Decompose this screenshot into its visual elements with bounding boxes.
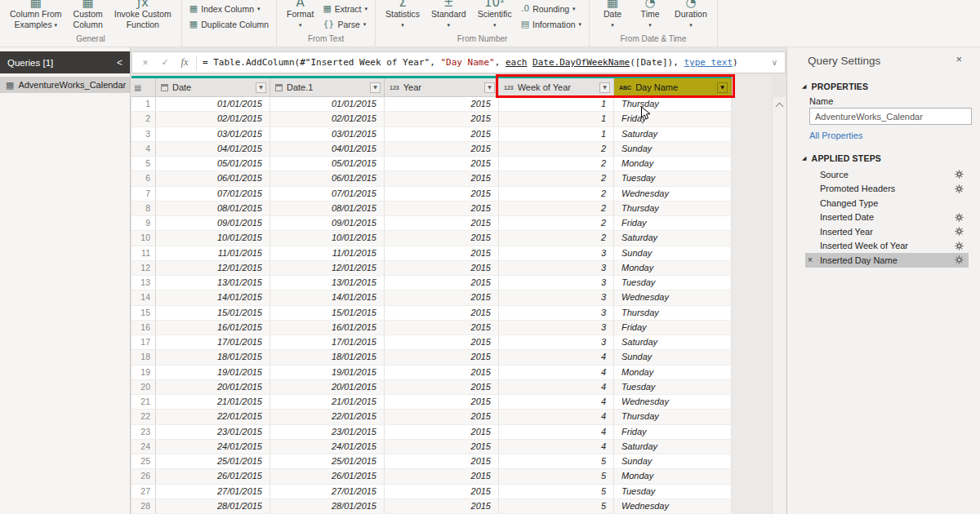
table-cell[interactable]: 5	[499, 454, 614, 468]
expand-formula-bar-icon[interactable]: ∨	[768, 58, 782, 67]
row-number-cell[interactable]: 11	[131, 246, 156, 260]
table-cell[interactable]: 14/01/2015	[270, 290, 385, 304]
table-cell[interactable]: 20/01/2015	[270, 380, 385, 394]
ribbon-button-column-from-examples[interactable]: ▦Column FromExamples ▾	[4, 0, 68, 30]
row-number-cell[interactable]: 14	[131, 290, 156, 304]
table-cell[interactable]: 2015	[385, 290, 499, 304]
table-cell[interactable]: 20/01/2015	[156, 380, 270, 394]
table-cell[interactable]: Sunday	[614, 246, 732, 260]
ribbon-button-duplicate-column[interactable]: ▦Duplicate Column	[186, 18, 272, 30]
applied-steps-section-header[interactable]: ◢ APPLIED STEPS	[802, 153, 972, 163]
table-cell[interactable]: 03/01/2015	[156, 127, 270, 141]
table-cell[interactable]: 3	[499, 261, 614, 275]
table-cell[interactable]: Saturday	[614, 335, 732, 349]
row-number-cell[interactable]: 25	[131, 454, 156, 468]
table-cell[interactable]: 1	[499, 127, 614, 141]
close-panel-icon[interactable]: ×	[956, 53, 962, 65]
column-filter-button[interactable]: ▼	[599, 82, 610, 93]
table-cell[interactable]: 13/01/2015	[270, 276, 385, 290]
gear-icon[interactable]	[955, 170, 964, 179]
table-cell[interactable]: 2015	[385, 321, 499, 335]
table-cell[interactable]: 2	[499, 216, 614, 230]
table-cell[interactable]: Saturday	[614, 231, 732, 245]
gear-icon[interactable]	[955, 213, 964, 222]
table-cell[interactable]: 21/01/2015	[156, 395, 270, 409]
table-cell[interactable]: 2015	[385, 171, 499, 185]
ribbon-button-statistics[interactable]: ΣStatistics▾	[380, 0, 425, 30]
column-filter-button[interactable]: ▼	[256, 82, 266, 93]
table-cell[interactable]: 09/01/2015	[156, 216, 270, 230]
fx-icon[interactable]: fx	[175, 56, 194, 69]
table-cell[interactable]: 3	[499, 290, 614, 304]
properties-section-header[interactable]: ◢ PROPERTIES	[802, 82, 972, 91]
table-cell[interactable]: Monday	[614, 157, 732, 171]
table-cell[interactable]: 11/01/2015	[156, 246, 270, 260]
table-cell[interactable]: 5	[499, 469, 614, 483]
table-cell[interactable]: 15/01/2015	[270, 306, 385, 320]
table-cell[interactable]: 05/01/2015	[156, 157, 270, 171]
table-cell[interactable]: 04/01/2015	[156, 142, 270, 156]
table-cell[interactable]: 2015	[385, 440, 499, 454]
applied-step-changed-type[interactable]: Changed Type	[805, 196, 969, 210]
table-cell[interactable]: 5	[499, 485, 614, 498]
table-cell[interactable]: 14/01/2015	[156, 290, 270, 304]
row-number-cell[interactable]: 10	[131, 231, 156, 245]
table-cell[interactable]: 2015	[385, 410, 499, 423]
table-cell[interactable]: 07/01/2015	[156, 187, 270, 201]
table-cell[interactable]: 1	[499, 112, 614, 126]
table-cell[interactable]: Tuesday	[614, 171, 732, 185]
table-cell[interactable]: 26/01/2015	[156, 469, 270, 483]
table-cell[interactable]: 02/01/2015	[156, 112, 270, 126]
table-cell[interactable]: 19/01/2015	[156, 366, 270, 379]
query-name-input[interactable]	[809, 108, 972, 125]
table-cell[interactable]: 19/01/2015	[270, 366, 385, 379]
table-cell[interactable]: 2	[499, 202, 614, 215]
table-cell[interactable]: Tuesday	[614, 485, 732, 498]
table-cell[interactable]: 2015	[385, 261, 499, 275]
table-cell[interactable]: 4	[499, 410, 614, 423]
table-cell[interactable]: Sunday	[614, 350, 732, 364]
table-cell[interactable]: 25/01/2015	[156, 454, 270, 468]
delete-step-icon[interactable]: ×	[808, 255, 813, 264]
row-number-cell[interactable]: 16	[131, 321, 156, 335]
table-cell[interactable]: 05/01/2015	[270, 157, 385, 171]
row-number-cell[interactable]: 6	[131, 171, 156, 185]
row-number-cell[interactable]: 17	[131, 335, 156, 349]
table-cell[interactable]: Saturday	[614, 440, 732, 454]
table-cell[interactable]: 2015	[385, 469, 499, 483]
table-cell[interactable]: 4	[499, 395, 614, 409]
collapse-queries-pane-button[interactable]: <	[117, 57, 122, 69]
table-cell[interactable]: 2015	[385, 499, 499, 513]
table-cell[interactable]: 2015	[385, 157, 499, 171]
table-cell[interactable]: 3	[499, 335, 614, 349]
table-cell[interactable]: 2015	[385, 202, 499, 215]
column-header-day-name[interactable]: ABCDay Name▼	[614, 78, 732, 96]
table-cell[interactable]: 2015	[385, 112, 499, 126]
table-cell[interactable]: 22/01/2015	[270, 410, 385, 423]
gear-icon[interactable]	[955, 255, 964, 264]
table-cell[interactable]: 2015	[385, 97, 499, 111]
table-cell[interactable]: Thursday	[614, 306, 732, 320]
table-cell[interactable]: Monday	[614, 261, 732, 275]
table-cell[interactable]: 2	[499, 142, 614, 156]
table-cell[interactable]: Saturday	[614, 127, 732, 141]
applied-step-inserted-day-name[interactable]: ×Inserted Day Name	[805, 253, 969, 268]
row-number-cell[interactable]: 22	[131, 410, 156, 423]
table-cell[interactable]: 2	[499, 187, 614, 201]
table-cell[interactable]: 01/01/2015	[270, 97, 385, 111]
column-header-date[interactable]: Date▼	[156, 78, 270, 96]
row-number-cell[interactable]: 18	[131, 350, 156, 364]
table-cell[interactable]: Friday	[614, 425, 732, 439]
table-cell[interactable]: Thursday	[614, 97, 732, 111]
ribbon-button-duration[interactable]: ◔Duration▾	[669, 0, 713, 30]
table-cell[interactable]: 4	[499, 440, 614, 454]
table-cell[interactable]: 26/01/2015	[270, 469, 385, 483]
applied-step-promoted-headers[interactable]: Promoted Headers	[805, 182, 969, 197]
table-cell[interactable]: 27/01/2015	[156, 485, 270, 498]
ribbon-button-standard[interactable]: ±Standard▾	[425, 0, 472, 30]
row-number-cell[interactable]: 13	[131, 276, 156, 290]
gear-icon[interactable]	[955, 241, 964, 250]
row-number-cell[interactable]: 24	[131, 440, 156, 454]
table-cell[interactable]: 2015	[385, 380, 499, 394]
table-cell[interactable]: 2015	[385, 425, 499, 439]
